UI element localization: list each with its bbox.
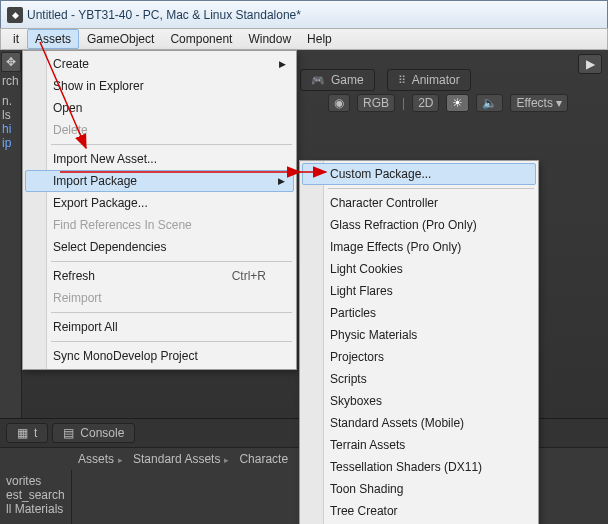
console-icon: ▤ [63,426,74,440]
menu-import-new-asset[interactable]: Import New Asset... [25,148,294,170]
tab-project-label: t [34,426,37,440]
menu-show-in-explorer[interactable]: Show in Explorer [25,75,294,97]
submenu-light-flares[interactable]: Light Flares [302,280,536,302]
tab-game[interactable]: 🎮 Game [300,69,375,91]
submenu-tessellation-shaders[interactable]: Tessellation Shaders (DX11) [302,456,536,478]
menu-import-package-label: Import Package [53,174,137,188]
menu-reimport-all[interactable]: Reimport All [25,316,294,338]
submenu-scripts[interactable]: Scripts [302,368,536,390]
effects-dropdown[interactable]: Effects ▾ [510,94,568,112]
submenu-terrain-assets[interactable]: Terrain Assets [302,434,536,456]
menu-assets[interactable]: Assets [27,29,79,49]
app-icon: ◆ [7,7,23,23]
submenu-image-effects[interactable]: Image Effects (Pro Only) [302,236,536,258]
tab-project-clipped[interactable]: ▦t [6,423,48,443]
left-frag-5: ip [0,136,22,150]
left-frag-4: hi [0,122,22,136]
breadcrumb-assets[interactable]: Assets [78,452,127,466]
submenu-skyboxes[interactable]: Skyboxes [302,390,536,412]
favorite-materials-clipped[interactable]: ll Materials [6,502,65,516]
menu-gameobject[interactable]: GameObject [79,29,162,49]
menu-refresh-label: Refresh [53,269,95,283]
favorites-header-clipped: vorites [6,474,65,488]
menubar: it Assets GameObject Component Window He… [0,28,608,50]
left-frag-3: ls [0,108,22,122]
menu-find-references: Find References In Scene [25,214,294,236]
submenu-physic-materials[interactable]: Physic Materials [302,324,536,346]
left-frag-2: n. [0,94,22,108]
submenu-glass-refraction[interactable]: Glass Refraction (Pro Only) [302,214,536,236]
menu-separator [51,341,292,342]
tab-console-label: Console [80,426,124,440]
menu-component[interactable]: Component [162,29,240,49]
window-titlebar: ◆ Untitled - YBT31-40 - PC, Mac & Linux … [0,0,608,28]
audio-toggle[interactable]: 🔈 [476,94,503,112]
menu-edit-clipped[interactable]: it [5,29,27,49]
animator-icon: ⠿ [398,74,406,87]
menu-separator [51,144,292,145]
submenu-standard-assets-mobile[interactable]: Standard Assets (Mobile) [302,412,536,434]
assets-dropdown: Create ▶ Show in Explorer Open Delete Im… [22,50,297,370]
menu-sync-monodevelop[interactable]: Sync MonoDevelop Project [25,345,294,367]
menu-refresh-shortcut: Ctrl+R [232,269,266,283]
menu-import-package[interactable]: Import Package ▶ [25,170,294,192]
view-tabs: 🎮 Game ⠿ Animator [300,62,471,98]
menu-window[interactable]: Window [240,29,299,49]
breadcrumb-characters-clipped[interactable]: Characte [239,452,296,466]
light-toggle[interactable]: ☀ [446,94,469,112]
breadcrumb-standard-assets[interactable]: Standard Assets [133,452,233,466]
submenu-particles[interactable]: Particles [302,302,536,324]
menu-refresh[interactable]: Refresh Ctrl+R [25,265,294,287]
menu-select-dependencies[interactable]: Select Dependencies [25,236,294,258]
project-icon: ▦ [17,426,28,440]
move-tool-icon[interactable]: ✥ [1,52,21,72]
chevron-right-icon: ▶ [278,176,285,186]
chevron-right-icon: ▶ [279,59,286,69]
submenu-tree-creator[interactable]: Tree Creator [302,500,536,522]
tab-console[interactable]: ▤Console [52,423,135,443]
play-button[interactable]: ▶ [578,54,602,74]
import-package-submenu: Custom Package... Character Controller G… [299,160,539,524]
submenu-light-cookies[interactable]: Light Cookies [302,258,536,280]
effects-label: Effects [516,96,552,110]
view-toolbar: ◉ RGB | 2D ☀ 🔈 Effects ▾ [328,94,568,112]
gizmo-icon[interactable]: ◉ [328,94,350,112]
submenu-custom-package[interactable]: Custom Package... [302,163,536,185]
menu-delete: Delete [25,119,294,141]
tab-animator-label: Animator [412,73,460,87]
submenu-toon-shading[interactable]: Toon Shading [302,478,536,500]
submenu-projectors[interactable]: Projectors [302,346,536,368]
menu-separator [51,261,292,262]
mode-2d-toggle[interactable]: 2D [412,94,439,112]
menu-reimport: Reimport [25,287,294,309]
left-panel-fragment: rch n. ls hi ip [0,74,22,150]
menu-export-package[interactable]: Export Package... [25,192,294,214]
favorites-column: vorites est_search ll Materials [0,470,72,524]
submenu-character-controller[interactable]: Character Controller [302,192,536,214]
tab-game-label: Game [331,73,364,87]
menu-open[interactable]: Open [25,97,294,119]
favorite-search-clipped[interactable]: est_search [6,488,65,502]
left-frag-1: rch [0,74,22,88]
rgb-toggle[interactable]: RGB [357,94,395,112]
tab-animator[interactable]: ⠿ Animator [387,69,471,91]
menu-help[interactable]: Help [299,29,340,49]
menu-separator [51,312,292,313]
window-title: Untitled - YBT31-40 - PC, Mac & Linux St… [27,8,301,22]
menu-separator [328,188,534,189]
menu-create[interactable]: Create ▶ [25,53,294,75]
game-icon: 🎮 [311,74,325,87]
menu-create-label: Create [53,57,89,71]
